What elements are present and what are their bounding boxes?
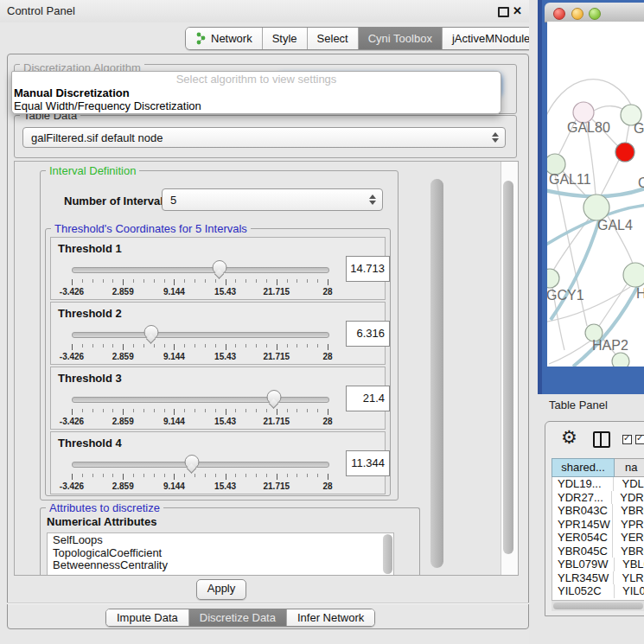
cell-shared-name[interactable]: YER054C [552, 531, 612, 545]
tab-style[interactable]: Style [263, 28, 308, 49]
table-data-combobox[interactable]: galFiltered.sif default node [22, 127, 506, 148]
inner-scrollbar-thumb[interactable] [430, 179, 443, 568]
group-title: Attributes to discretize [46, 501, 163, 514]
threshold-1-slider[interactable] [72, 260, 328, 277]
table-row[interactable]: YDL19...YDL1 [552, 477, 644, 491]
cell-shared-name[interactable]: YBR045C [552, 545, 612, 558]
dropdown-placeholder: Select algorithm to view settings [12, 73, 501, 86]
cell-shared-name[interactable]: YDL19... [552, 477, 613, 491]
cell-name[interactable]: YIL0 [614, 584, 644, 598]
cell-name[interactable]: YER0 [612, 531, 644, 545]
table-panel-window: ⚙ shared... na YDL19...YDL1YDR27...YDR2Y… [545, 421, 644, 616]
table-row[interactable]: YER054CYER0 [552, 531, 644, 545]
tick-label: 21.715 [264, 287, 290, 296]
spinner-arrows-icon [369, 194, 376, 205]
table-row[interactable]: YLR345WYLR3 [552, 571, 644, 585]
threshold-3-value-field[interactable]: 21.4 [346, 386, 390, 411]
threshold-2-value-field[interactable]: 6.316 [346, 321, 390, 347]
node-gcy1[interactable] [547, 269, 559, 288]
cell-shared-name[interactable]: YDR27... [552, 491, 611, 505]
tick-label: 28 [322, 417, 332, 426]
window-title: Control Panel [7, 4, 75, 17]
tick-label: 9.144 [163, 287, 185, 296]
node-gal4[interactable] [583, 194, 609, 220]
float-window-icon[interactable] [498, 7, 509, 17]
table-row[interactable]: YBR043CYBR0 [552, 504, 644, 518]
cell-name[interactable]: YPR1 [612, 518, 644, 532]
node[interactable] [623, 263, 644, 287]
tab-impute-data[interactable]: Impute Data [106, 609, 189, 626]
table-row[interactable]: YBR045CYBR0 [552, 545, 644, 558]
control-panel-titlebar: Control Panel ✕ [0, 0, 536, 22]
network-canvas[interactable]: GAL80 GA C GAL11 GAL4 GCY1 H HAP2 [547, 22, 644, 367]
threshold-4-value-field[interactable]: 11.344 [346, 450, 390, 476]
tick-label: 9.144 [163, 352, 185, 361]
close-icon[interactable]: ✕ [513, 4, 522, 17]
settings-scrollpane: Interval Definition Number of Intervals … [14, 161, 519, 576]
table-row[interactable]: YPR145WYPR1 [552, 518, 644, 532]
cell-name[interactable]: YDL1 [613, 477, 644, 491]
node-label: GA [634, 121, 644, 136]
list-scrollbar-thumb[interactable] [383, 534, 392, 574]
horizontal-scrollbar-track[interactable] [552, 600, 644, 611]
tick-label: 9.144 [163, 417, 185, 426]
slider-thumb[interactable] [212, 260, 226, 275]
threshold-1-value-field[interactable]: 14.713 [346, 256, 390, 282]
column-header-shared-name[interactable]: shared... [552, 458, 615, 477]
checkbox-icon[interactable] [635, 435, 644, 444]
tab-label: Network [211, 32, 252, 45]
minimize-traffic-light-icon[interactable] [571, 8, 583, 20]
node-label: GAL11 [549, 172, 591, 187]
cell-shared-name[interactable]: YLR345W [552, 571, 613, 585]
table-row[interactable]: YIL052CYIL0 [552, 584, 644, 598]
table-row[interactable]: YBL079WYBL0 [552, 558, 644, 571]
tick-label: 28 [322, 287, 332, 296]
network-window-titlebar[interactable] [545, 3, 644, 22]
list-item[interactable]: BetweennessCentrality [53, 559, 393, 572]
slider-thumb[interactable] [143, 325, 158, 340]
dropdown-item-equal-width[interactable]: Equal Width/Frequency Discretization [12, 99, 501, 112]
horizontal-scrollbar-thumb[interactable] [553, 603, 643, 609]
split-table-icon[interactable] [593, 431, 610, 448]
number-of-intervals-spinner[interactable]: 5 [162, 188, 383, 211]
threshold-3-slider[interactable] [72, 390, 328, 407]
cell-name[interactable]: YBR0 [612, 504, 644, 518]
threshold-2-slider[interactable] [72, 325, 328, 342]
threshold-4-slider[interactable] [72, 455, 328, 472]
zoom-traffic-light-icon[interactable] [589, 8, 601, 20]
list-item[interactable]: TopologicalCoefficient [53, 547, 393, 560]
apply-button[interactable]: Apply [196, 579, 246, 600]
tab-infer-network[interactable]: Infer Network [287, 609, 374, 626]
numerical-attributes-label: Numerical Attributes [47, 515, 156, 528]
close-traffic-light-icon[interactable] [553, 8, 565, 20]
cell-shared-name[interactable]: YIL052C [552, 584, 614, 598]
list-item[interactable]: SelfLoops [53, 534, 393, 547]
cell-name[interactable]: YDR2 [611, 491, 644, 505]
algorithm-dropdown-popup: Select algorithm to view settings Manual… [11, 71, 501, 114]
gear-icon[interactable]: ⚙ [561, 427, 577, 448]
table-row[interactable]: YDR27...YDR2 [552, 491, 644, 505]
scrollbar-thumb[interactable] [503, 181, 513, 554]
threshold-3-panel: Threshold 3 -3.4262.8599.14415.4321.7152… [50, 367, 386, 430]
cell-name[interactable]: YBL0 [614, 558, 644, 571]
cell-shared-name[interactable]: YBR043C [552, 504, 612, 518]
cell-shared-name[interactable]: YPR145W [552, 518, 612, 532]
column-header-name[interactable]: na [615, 458, 644, 477]
tab-network[interactable]: Network [186, 28, 263, 49]
dropdown-item-manual[interactable]: Manual Discretization [12, 86, 501, 99]
slider-thumb[interactable] [185, 455, 200, 469]
checkbox-icon[interactable] [622, 435, 632, 444]
attributes-group: Attributes to discretize Numerical Attri… [40, 507, 420, 576]
tick-label: -3.426 [60, 481, 84, 491]
table-body: YDL19...YDL1YDR27...YDR2YBR043CYBR0YPR14… [552, 477, 644, 602]
slider-thumb[interactable] [266, 390, 281, 405]
node[interactable] [612, 353, 629, 367]
node-selected-red[interactable] [615, 143, 634, 162]
cell-name[interactable]: YLR3 [613, 571, 644, 585]
cell-name[interactable]: YBR0 [612, 545, 644, 558]
cell-shared-name[interactable]: YBL079W [552, 558, 614, 571]
tab-discretize-data[interactable]: Discretize Data [189, 609, 287, 626]
tab-cyni-toolbox[interactable]: Cyni Toolbox [359, 28, 443, 49]
tab-select[interactable]: Select [308, 28, 359, 49]
tick-label: 15.43 [214, 481, 236, 491]
